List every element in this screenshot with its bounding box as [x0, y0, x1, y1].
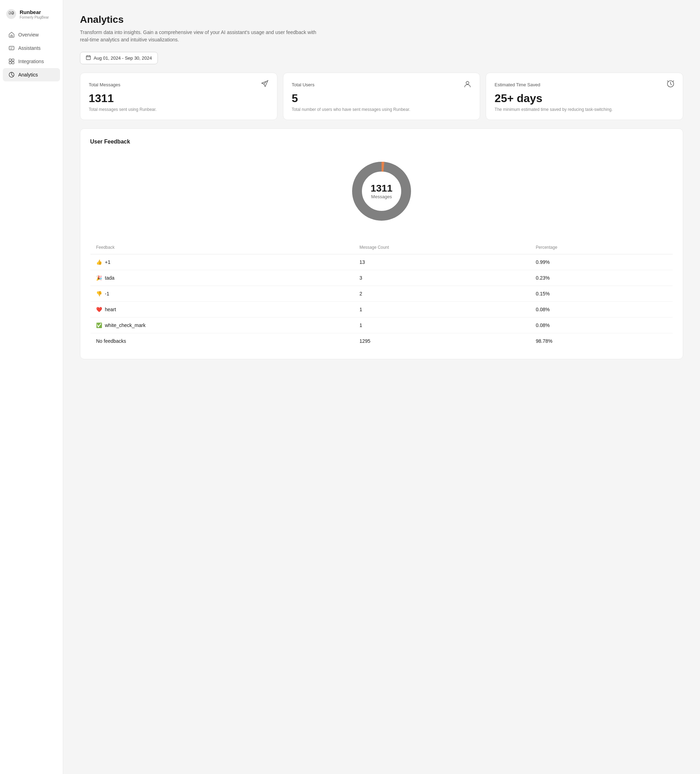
- date-range-label: Aug 01, 2024 - Sep 30, 2024: [94, 55, 152, 61]
- percentage-cell: 0.15%: [530, 286, 673, 301]
- col-message-count: Message Count: [354, 240, 530, 254]
- message-count-cell: 1295: [354, 333, 530, 349]
- logo-text: Runbear Formerly PlugBear: [20, 9, 49, 19]
- feedback-cell: 👎-1: [91, 286, 354, 301]
- feedback-cell: 👍+1: [91, 254, 354, 270]
- clock-icon: [667, 80, 674, 89]
- feedback-card: User Feedback 1311 Messages: [80, 128, 683, 359]
- sidebar-integrations-label: Integrations: [18, 59, 44, 64]
- user-icon: [464, 80, 471, 89]
- sidebar-overview-label: Overview: [18, 32, 39, 38]
- percentage-cell: 0.99%: [530, 254, 673, 270]
- feedback-label: 👍+1: [96, 259, 111, 265]
- feedback-label: ❤️heart: [96, 307, 116, 312]
- svg-rect-5: [9, 46, 14, 50]
- col-feedback: Feedback: [91, 240, 354, 254]
- main-content: Analytics Transform data into insights. …: [63, 0, 700, 774]
- svg-rect-9: [12, 62, 14, 64]
- stat-desc-messages: Total messages sent using Runbear.: [89, 107, 269, 112]
- page-description: Transform data into insights. Gain a com…: [80, 29, 319, 43]
- percentage-cell: 0.23%: [530, 270, 673, 286]
- donut-label: Messages: [371, 194, 393, 199]
- feedback-table-header-row: Feedback Message Count Percentage: [91, 240, 673, 254]
- svg-rect-7: [12, 59, 14, 61]
- donut-total: 1311: [371, 183, 393, 194]
- col-percentage: Percentage: [530, 240, 673, 254]
- table-row: ✅white_check_mark10.08%: [91, 317, 673, 333]
- donut-chart: 1311 Messages: [347, 156, 417, 226]
- stat-desc-time: The minimum estimated time saved by redu…: [494, 107, 674, 112]
- sidebar-item-overview[interactable]: Overview: [3, 28, 60, 41]
- percentage-cell: 0.08%: [530, 301, 673, 317]
- svg-point-12: [466, 81, 469, 84]
- date-range-button[interactable]: Aug 01, 2024 - Sep 30, 2024: [80, 52, 158, 64]
- stat-header-messages: Total Messages: [89, 80, 269, 89]
- sidebar-analytics-label: Analytics: [18, 72, 38, 78]
- svg-rect-6: [9, 59, 11, 61]
- calendar-icon: [86, 55, 91, 61]
- logo-icon: [6, 8, 17, 20]
- sidebar-assistants-label: Assistants: [18, 45, 41, 51]
- stat-card-time: Estimated Time Saved 25+ days The minimu…: [486, 73, 683, 120]
- sidebar-item-assistants[interactable]: Assistants: [3, 41, 60, 55]
- svg-point-0: [6, 9, 16, 19]
- sidebar: Runbear Formerly PlugBear Overview Assis…: [0, 0, 63, 774]
- stat-value-time: 25+ days: [494, 92, 674, 104]
- stat-card-users: Total Users 5 Total number of users who …: [283, 73, 480, 120]
- svg-rect-8: [9, 62, 11, 64]
- donut-center: 1311 Messages: [371, 183, 393, 199]
- feedback-table-body: 👍+1130.99%🎉tada30.23%👎-120.15%❤️heart10.…: [91, 254, 673, 349]
- feedback-table: Feedback Message Count Percentage 👍+1130…: [90, 240, 673, 349]
- stat-value-messages: 1311: [89, 92, 269, 104]
- stat-card-messages: Total Messages 1311 Total messages sent …: [80, 73, 277, 120]
- app-sub: Formerly PlugBear: [20, 15, 49, 19]
- stat-header-time: Estimated Time Saved: [494, 80, 674, 89]
- assistants-icon: [8, 45, 15, 51]
- feedback-label: ✅white_check_mark: [96, 322, 145, 328]
- feedback-title: User Feedback: [90, 139, 673, 145]
- svg-rect-11: [86, 56, 91, 60]
- feedback-table-head: Feedback Message Count Percentage: [91, 240, 673, 254]
- stat-label-messages: Total Messages: [89, 82, 120, 88]
- table-row: 👍+1130.99%: [91, 254, 673, 270]
- analytics-icon: [8, 71, 15, 78]
- feedback-cell: ✅white_check_mark: [91, 317, 354, 333]
- sidebar-item-integrations[interactable]: Integrations: [3, 55, 60, 68]
- feedback-label: 👎-1: [96, 291, 109, 296]
- home-icon: [8, 31, 15, 38]
- svg-point-3: [9, 12, 10, 13]
- table-row: 🎉tada30.23%: [91, 270, 673, 286]
- percentage-cell: 0.08%: [530, 317, 673, 333]
- stat-value-users: 5: [292, 92, 472, 104]
- feedback-cell: ❤️heart: [91, 301, 354, 317]
- table-row: No feedbacks129598.78%: [91, 333, 673, 349]
- stat-label-time: Estimated Time Saved: [494, 82, 540, 88]
- feedback-cell: No feedbacks: [91, 333, 354, 349]
- feedback-label: No feedbacks: [96, 338, 126, 344]
- stat-header-users: Total Users: [292, 80, 472, 89]
- percentage-cell: 98.78%: [530, 333, 673, 349]
- app-name: Runbear: [20, 9, 49, 15]
- stat-desc-users: Total number of users who have sent mess…: [292, 107, 472, 112]
- sidebar-item-analytics[interactable]: Analytics: [3, 68, 60, 81]
- message-count-cell: 3: [354, 270, 530, 286]
- message-count-cell: 13: [354, 254, 530, 270]
- table-row: ❤️heart10.08%: [91, 301, 673, 317]
- stat-label-users: Total Users: [292, 82, 315, 88]
- message-count-cell: 2: [354, 286, 530, 301]
- feedback-label: 🎉tada: [96, 275, 114, 281]
- stats-row: Total Messages 1311 Total messages sent …: [80, 73, 683, 120]
- message-count-cell: 1: [354, 301, 530, 317]
- donut-chart-container: 1311 Messages: [90, 156, 673, 226]
- logo-area: Runbear Formerly PlugBear: [0, 6, 63, 28]
- integrations-icon: [8, 58, 15, 64]
- feedback-cell: 🎉tada: [91, 270, 354, 286]
- page-title: Analytics: [80, 14, 683, 25]
- send-icon: [261, 80, 269, 89]
- message-count-cell: 1: [354, 317, 530, 333]
- svg-point-4: [12, 12, 13, 13]
- table-row: 👎-120.15%: [91, 286, 673, 301]
